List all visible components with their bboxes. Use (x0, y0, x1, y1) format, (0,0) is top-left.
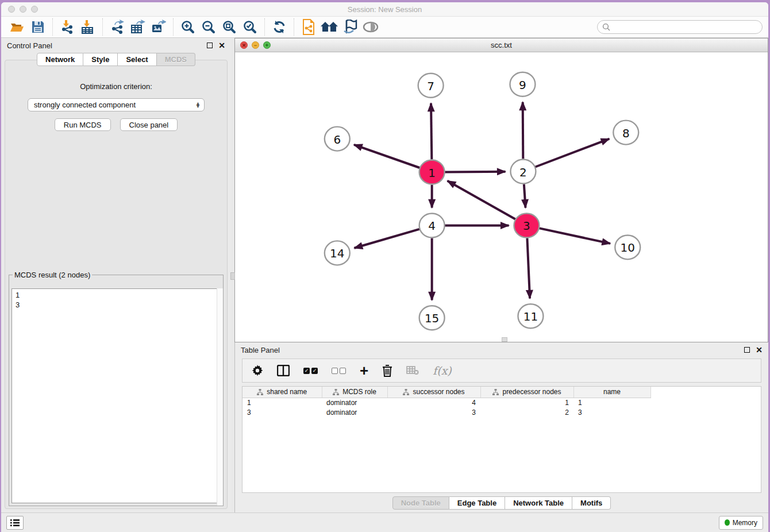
panel-splitter[interactable] (231, 38, 234, 512)
delete-table-button[interactable] (406, 366, 419, 375)
table-cell[interactable]: 2 (480, 407, 573, 417)
deselect-all-button[interactable] (332, 368, 346, 374)
splitter-grip[interactable] (230, 272, 235, 280)
graphics-details-button[interactable] (340, 18, 360, 36)
float-panel-icon[interactable] (207, 43, 213, 48)
column-header-shared-name[interactable]: shared name (242, 387, 322, 398)
import-table-button[interactable] (78, 18, 98, 36)
criterion-dropdown[interactable]: strongly connected component ▲▼ (28, 98, 205, 111)
close-panel-button[interactable]: Close panel (120, 118, 178, 131)
graph-edge-3-10[interactable] (539, 228, 610, 244)
delete-column-button[interactable] (382, 365, 392, 377)
zoom-selected-button[interactable] (240, 18, 260, 36)
table-row[interactable]: 3dominator323 (242, 407, 650, 417)
graph-node-1[interactable]: 1 (419, 160, 445, 184)
graph-node-8[interactable]: 8 (613, 121, 638, 145)
table-cell[interactable]: 4 (387, 398, 480, 407)
canvas-scrollbar-thumb[interactable] (502, 337, 507, 342)
graph-edge-3-1[interactable] (448, 181, 516, 219)
open-file-button[interactable] (7, 18, 28, 36)
graph-edge-2-8[interactable] (535, 139, 609, 167)
function-builder-button[interactable]: f(x) (433, 364, 452, 377)
import-network-button[interactable] (57, 18, 78, 36)
network-minimize-icon[interactable]: − (252, 41, 259, 49)
graph-edge-1-7[interactable] (431, 103, 432, 160)
eye-button[interactable] (360, 18, 381, 36)
table-cell[interactable]: dominator (322, 407, 387, 417)
network-maximize-icon[interactable]: + (263, 41, 271, 49)
table-cell[interactable]: 1 (573, 398, 650, 407)
network-graph[interactable]: 7968124314101511 (235, 52, 768, 342)
graph-node-4[interactable]: 4 (419, 213, 445, 237)
memory-button[interactable]: Memory (719, 516, 763, 530)
graph-node-9[interactable]: 9 (510, 72, 535, 97)
graph-edge-1-6[interactable] (354, 145, 420, 168)
first-neighbors-button[interactable] (319, 18, 340, 36)
network-canvas[interactable]: 7968124314101511 (235, 52, 768, 342)
graph-node-15[interactable]: 15 (419, 306, 445, 330)
select-all-button[interactable]: ✓ ✓ (303, 368, 318, 374)
run-mcds-button[interactable]: Run MCDS (55, 118, 111, 131)
dropdown-stepper-icon: ▲▼ (195, 102, 201, 108)
export-network-button[interactable] (107, 18, 128, 36)
graph-node-11[interactable]: 11 (518, 304, 543, 328)
graph-node-2[interactable]: 2 (510, 160, 536, 184)
search-box[interactable] (597, 20, 763, 34)
window-titlebar: Session: New Session (1, 2, 768, 16)
table-cell[interactable]: 3 (573, 407, 650, 417)
graph-edge-2-3[interactable] (524, 184, 526, 207)
float-table-panel-icon[interactable] (744, 347, 750, 353)
tab-mcds[interactable]: MCDS (157, 53, 195, 66)
save-session-button[interactable] (28, 18, 48, 36)
tab-network[interactable]: Network (37, 53, 83, 66)
table-row[interactable]: 1dominator411 (242, 398, 650, 407)
graph-edge-4-14[interactable] (355, 229, 420, 248)
graph-edge-1-2[interactable] (445, 172, 506, 172)
graph-edge-3-11[interactable] (527, 238, 530, 298)
add-column-button[interactable]: + (360, 365, 368, 376)
tab-edge-table[interactable]: Edge Table (449, 496, 505, 510)
graph-node-10[interactable]: 10 (615, 235, 640, 259)
svg-text:10: 10 (621, 241, 635, 255)
network-close-icon[interactable]: ✕ (240, 41, 248, 49)
table-cell[interactable]: 3 (242, 407, 322, 417)
search-icon (602, 23, 610, 31)
graph-node-6[interactable]: 6 (325, 127, 350, 151)
export-image-button[interactable] (148, 18, 169, 36)
tab-select[interactable]: Select (118, 53, 156, 66)
svg-text:14: 14 (330, 246, 344, 260)
column-header-predecessor-nodes[interactable]: predecessor nodes (480, 387, 573, 398)
column-header-successor-nodes[interactable]: successor nodes (387, 387, 480, 398)
graph-node-14[interactable]: 14 (325, 241, 350, 265)
table-cell[interactable]: 3 (387, 407, 480, 417)
toggle-columns-button[interactable] (277, 365, 290, 376)
refresh-button[interactable] (269, 18, 290, 36)
graph-node-3[interactable]: 3 (514, 213, 539, 237)
tab-network-table[interactable]: Network Table (505, 496, 572, 510)
table-cell[interactable]: dominator (322, 398, 387, 407)
network-file-button[interactable] (298, 18, 319, 36)
export-table-button[interactable] (128, 18, 148, 36)
search-input[interactable] (613, 23, 757, 31)
graph-edge-2-9[interactable] (523, 102, 523, 159)
table-settings-button[interactable] (252, 365, 263, 376)
zoom-out-button[interactable] (198, 18, 219, 36)
zoom-fit-button[interactable] (219, 18, 240, 36)
result-scrollbar[interactable] (217, 288, 223, 506)
column-header-MCDS-role[interactable]: MCDS role (322, 387, 387, 398)
tab-motifs[interactable]: Motifs (572, 496, 611, 510)
criterion-value: strongly connected component (34, 101, 136, 109)
svg-text:1: 1 (428, 166, 436, 180)
table-cell[interactable]: 1 (480, 398, 573, 407)
task-history-button[interactable] (6, 516, 24, 530)
app-window: Session: New Session (1, 2, 768, 532)
column-header-name[interactable]: name (573, 387, 650, 398)
tab-style[interactable]: Style (83, 53, 118, 66)
graph-node-7[interactable]: 7 (418, 74, 444, 98)
mcds-result-text[interactable]: 1 3 (11, 288, 221, 503)
tab-node-table[interactable]: Node Table (392, 496, 449, 510)
close-table-panel-icon[interactable]: ✕ (756, 347, 763, 353)
table-cell[interactable]: 1 (242, 398, 322, 407)
close-panel-icon[interactable]: ✕ (218, 43, 225, 48)
zoom-in-button[interactable] (178, 18, 198, 36)
